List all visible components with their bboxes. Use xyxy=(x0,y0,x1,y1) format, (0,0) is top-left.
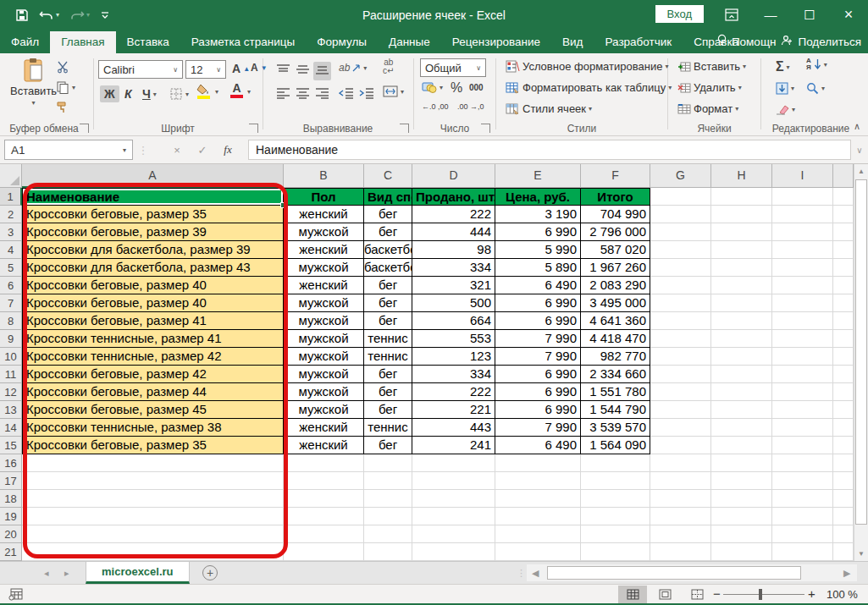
ribbon-display-options-icon[interactable] xyxy=(712,0,751,30)
cell-E18[interactable] xyxy=(495,490,581,508)
sheet-tab-active[interactable]: microexcel.ru xyxy=(86,562,190,584)
row-header-1[interactable]: 1 xyxy=(0,188,22,206)
cell-X12[interactable] xyxy=(833,383,854,401)
cell-I17[interactable] xyxy=(772,472,833,490)
cell-C16[interactable] xyxy=(364,454,412,472)
cell-H20[interactable] xyxy=(711,525,772,543)
copy-icon[interactable]: ▾ xyxy=(56,80,75,94)
assistant-button[interactable]: Помощн xyxy=(716,34,777,49)
sort-filter-button[interactable]: АЯ ▾ xyxy=(806,58,827,71)
cell-F16[interactable] xyxy=(581,454,650,472)
zoom-level[interactable]: 100 % xyxy=(827,588,858,601)
cell-E19[interactable] xyxy=(495,508,581,525)
collapse-ribbon-icon[interactable]: ∧ xyxy=(854,121,860,132)
cell-A9[interactable]: Кроссовки теннисные, размер 41 xyxy=(22,330,284,348)
cell-X13[interactable] xyxy=(833,401,854,419)
cell-B8[interactable]: мужской xyxy=(284,312,364,330)
zoom-slider-track[interactable] xyxy=(723,594,804,595)
macro-record-icon[interactable] xyxy=(8,588,23,604)
cell-F20[interactable] xyxy=(581,525,650,543)
cell-F8[interactable]: 4 641 360 xyxy=(581,312,650,330)
cell-A14[interactable]: Кроссовки теннисные, размер 38 xyxy=(22,419,284,437)
cell-I6[interactable] xyxy=(772,277,833,294)
font-size-select[interactable]: 12∨ xyxy=(185,60,226,79)
cell-F9[interactable]: 4 418 470 xyxy=(581,330,650,348)
cell-I12[interactable] xyxy=(772,383,833,401)
cell-D15[interactable]: 241 xyxy=(412,437,495,454)
cell-E7[interactable]: 6 990 xyxy=(495,294,581,312)
cell-H1[interactable] xyxy=(711,188,772,206)
select-all-corner[interactable] xyxy=(0,164,22,188)
cell-A16[interactable] xyxy=(22,454,284,472)
cell-A19[interactable] xyxy=(22,508,284,525)
row-header-17[interactable]: 17 xyxy=(0,472,22,490)
cell-H16[interactable] xyxy=(711,454,772,472)
cell-B16[interactable] xyxy=(284,454,364,472)
cell-D1[interactable]: Продано, шт. xyxy=(412,188,495,206)
cell-I19[interactable] xyxy=(772,508,833,525)
cell-H3[interactable] xyxy=(711,223,772,241)
cell-F12[interactable]: 1 551 780 xyxy=(581,383,650,401)
cell-E8[interactable]: 6 990 xyxy=(495,312,581,330)
grow-font-button[interactable]: А▲ xyxy=(232,62,250,75)
cell-F17[interactable] xyxy=(581,472,650,490)
cell-F2[interactable]: 704 990 xyxy=(581,206,650,223)
cell-C10[interactable]: теннис xyxy=(364,348,412,366)
cell-D7[interactable]: 500 xyxy=(412,294,495,312)
cell-X21[interactable] xyxy=(833,543,854,561)
cell-I11[interactable] xyxy=(772,366,833,383)
zoom-slider-thumb[interactable] xyxy=(759,589,762,600)
cell-B2[interactable]: женский xyxy=(284,206,364,223)
cell-C21[interactable] xyxy=(364,543,412,561)
customize-qat-icon[interactable] xyxy=(97,8,113,22)
conditional-formatting-button[interactable]: Условное форматирование▾ xyxy=(506,60,668,73)
cell-H4[interactable] xyxy=(711,241,772,259)
selected-cell-A1[interactable]: Наименование xyxy=(22,188,284,206)
row-header-21[interactable]: 21 xyxy=(0,543,22,561)
tab-page-layout[interactable]: Разметка страницы xyxy=(180,31,306,53)
cell-G12[interactable] xyxy=(650,383,711,401)
column-header-H[interactable]: H xyxy=(711,164,772,188)
minimize-icon[interactable]: — xyxy=(751,0,790,30)
tab-insert[interactable]: Вставка xyxy=(116,31,180,53)
cell-F4[interactable]: 587 020 xyxy=(581,241,650,259)
cell-X8[interactable] xyxy=(833,312,854,330)
font-family-select[interactable]: Calibri∨ xyxy=(98,60,183,79)
cell-X4[interactable] xyxy=(833,241,854,259)
cell-F11[interactable]: 2 334 660 xyxy=(581,366,650,383)
maximize-icon[interactable]: ☐ xyxy=(790,0,829,30)
merge-center-icon[interactable]: ▾ xyxy=(383,85,404,97)
cell-A20[interactable] xyxy=(22,525,284,543)
row-header-10[interactable]: 10 xyxy=(0,348,22,366)
formula-bar-splitter[interactable]: ⋮ xyxy=(137,140,149,160)
cell-C13[interactable]: бег xyxy=(364,401,412,419)
cell-B12[interactable]: мужской xyxy=(284,383,364,401)
cell-I15[interactable] xyxy=(772,437,833,454)
sheet-next-icon[interactable]: ▸ xyxy=(64,568,69,579)
cell-X14[interactable] xyxy=(833,419,854,437)
cell-A2[interactable]: Кроссовки беговые, размер 35 xyxy=(22,206,284,223)
zoom-in-icon[interactable]: + xyxy=(808,586,815,601)
row-header-12[interactable]: 12 xyxy=(0,383,22,401)
scroll-left-icon[interactable]: ◀ xyxy=(532,568,539,579)
cell-G15[interactable] xyxy=(650,437,711,454)
cell-A7[interactable]: Кроссовки беговые, размер 40 xyxy=(22,294,284,312)
cell-X10[interactable] xyxy=(833,348,854,366)
cell-X11[interactable] xyxy=(833,366,854,383)
sign-in-button[interactable]: Вход xyxy=(655,5,704,23)
cell-H8[interactable] xyxy=(711,312,772,330)
cell-C2[interactable]: бег xyxy=(364,206,412,223)
cancel-icon[interactable]: × xyxy=(166,140,188,160)
cell-G18[interactable] xyxy=(650,490,711,508)
cell-C19[interactable] xyxy=(364,508,412,525)
undo-icon[interactable]: ▾ xyxy=(36,8,63,23)
align-right-icon[interactable] xyxy=(313,85,331,104)
redo-icon[interactable]: ▾ xyxy=(66,8,93,23)
cell-I21[interactable] xyxy=(772,543,833,561)
row-header-20[interactable]: 20 xyxy=(0,525,22,543)
expand-formula-bar-icon[interactable]: ∨ xyxy=(852,140,867,160)
row-header-4[interactable]: 4 xyxy=(0,241,22,259)
cell-X9[interactable] xyxy=(833,330,854,348)
cell-C6[interactable]: бег xyxy=(364,277,412,294)
cell-E13[interactable]: 6 990 xyxy=(495,401,581,419)
